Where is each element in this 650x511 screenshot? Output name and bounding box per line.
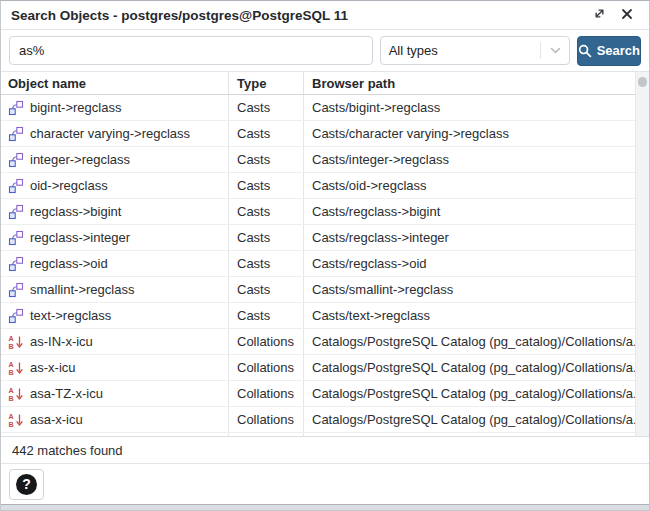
cast-icon: [8, 282, 24, 298]
object-name: as-IN-x-icu: [30, 334, 93, 349]
object-type: Collations: [229, 329, 304, 354]
browser-path: Catalogs/PostgreSQL Catalog (pg_catalog)…: [304, 407, 635, 432]
object-type: Casts: [229, 147, 304, 172]
svg-text:B: B: [9, 341, 14, 349]
collation-icon: AB: [8, 360, 24, 376]
cast-icon: [8, 204, 24, 220]
search-input[interactable]: [9, 36, 373, 65]
type-filter-value: All types: [389, 43, 540, 58]
object-name: asa-x-icu: [30, 412, 83, 427]
table-row[interactable]: AB as-x-icu Collations Catalogs/PostgreS…: [1, 355, 635, 381]
table-row[interactable]: AB asa-TZ-x-icu Collations Catalogs/Post…: [1, 381, 635, 407]
browser-path: Casts/bigint->regclass: [304, 95, 635, 120]
close-icon: [621, 6, 633, 24]
table-row[interactable]: AB as-IN-x-icu Collations Catalogs/Postg…: [1, 329, 635, 355]
cast-icon: [8, 178, 24, 194]
browser-path: Casts/oid->regclass: [304, 173, 635, 198]
browser-path: Casts/character varying->regclass: [304, 121, 635, 146]
cast-icon: [8, 126, 24, 142]
object-name: smallint->regclass: [30, 282, 134, 297]
svg-text:B: B: [9, 393, 14, 401]
status-bar: 442 matches found: [1, 436, 649, 464]
browser-path: Casts/regclass->oid: [304, 251, 635, 276]
table-row[interactable]: regclass->bigint Casts Casts/regclass->b…: [1, 199, 635, 225]
search-button-label: Search: [597, 43, 640, 58]
cast-icon: [8, 152, 24, 168]
object-type: Collations: [229, 355, 304, 380]
chevron-down-icon: [550, 43, 561, 58]
browser-path: Catalogs/PostgreSQL Catalog (pg_catalog)…: [304, 381, 635, 406]
object-name: asa-TZ-x-icu: [30, 386, 103, 401]
browser-path: Catalogs/PostgreSQL Catalog (pg_catalog)…: [304, 355, 635, 380]
help-button[interactable]: ?: [9, 469, 44, 500]
results-table: Object name Type Browser path bigint->re…: [1, 71, 649, 436]
object-type: Casts: [229, 121, 304, 146]
table-row[interactable]: oid->regclass Casts Casts/oid->regclass: [1, 173, 635, 199]
search-toolbar: All types Search: [1, 30, 649, 71]
browser-path: Catalogs/PostgreSQL Catalog (pg_catalog)…: [304, 329, 635, 354]
object-name: regclass->oid: [30, 256, 108, 271]
close-button[interactable]: [617, 5, 637, 25]
dialog-bottom-edge: [1, 504, 649, 510]
table-row[interactable]: bigint->regclass Casts Casts/bigint->reg…: [1, 95, 635, 121]
table-row[interactable]: AB asa-x-icu Collations Catalogs/Postgre…: [1, 407, 635, 433]
table-row[interactable]: text->regclass Casts Casts/text->regclas…: [1, 303, 635, 329]
expand-icon: [593, 6, 606, 24]
search-icon: [578, 44, 592, 58]
object-type: Casts: [229, 251, 304, 276]
object-type: Casts: [229, 199, 304, 224]
column-header-type[interactable]: Type: [229, 72, 304, 94]
collation-icon: AB: [8, 334, 24, 350]
cast-icon: [8, 230, 24, 246]
matches-found-text: 442 matches found: [12, 443, 123, 458]
search-objects-dialog: Search Objects - postgres/postgres@Postg…: [0, 0, 650, 511]
browser-path: Casts/regclass->bigint: [304, 199, 635, 224]
object-type: Casts: [229, 173, 304, 198]
vertical-scrollbar[interactable]: [635, 72, 649, 436]
cast-icon: [8, 100, 24, 116]
column-header-browser-path[interactable]: Browser path: [304, 76, 635, 91]
browser-path: Casts/smallint->regclass: [304, 277, 635, 302]
browser-path: Casts/text->regclass: [304, 303, 635, 328]
object-type: Collations: [229, 407, 304, 432]
dialog-title: Search Objects - postgres/postgres@Postg…: [11, 8, 589, 23]
object-name: character varying->regclass: [30, 126, 190, 141]
search-button[interactable]: Search: [577, 36, 641, 66]
table-row[interactable]: regclass->oid Casts Casts/regclass->oid: [1, 251, 635, 277]
svg-text:B: B: [9, 419, 14, 427]
cast-icon: [8, 308, 24, 324]
table-body: bigint->regclass Casts Casts/bigint->reg…: [1, 95, 635, 436]
table-header-row: Object name Type Browser path: [1, 72, 635, 95]
object-name: bigint->regclass: [30, 100, 121, 115]
svg-text:B: B: [9, 367, 14, 375]
table-row[interactable]: regclass->integer Casts Casts/regclass->…: [1, 225, 635, 251]
object-type: Casts: [229, 95, 304, 120]
object-name: as-x-icu: [30, 360, 76, 375]
dialog-footer: ?: [1, 464, 649, 504]
cast-icon: [8, 256, 24, 272]
table-row[interactable]: character varying->regclass Casts Casts/…: [1, 121, 635, 147]
object-type: Casts: [229, 225, 304, 250]
table-row[interactable]: smallint->regclass Casts Casts/smallint-…: [1, 277, 635, 303]
object-type: Collations: [229, 381, 304, 406]
browser-path: Casts/regclass->integer: [304, 225, 635, 250]
select-divider: [540, 42, 541, 59]
results-grid: Object name Type Browser path bigint->re…: [1, 72, 635, 436]
collation-icon: AB: [8, 412, 24, 428]
table-row[interactable]: integer->regclass Casts Casts/integer->r…: [1, 147, 635, 173]
object-type: Casts: [229, 303, 304, 328]
dialog-titlebar: Search Objects - postgres/postgres@Postg…: [1, 1, 649, 30]
object-name: regclass->integer: [30, 230, 130, 245]
object-name: text->regclass: [30, 308, 111, 323]
collation-icon: AB: [8, 386, 24, 402]
object-type: Casts: [229, 277, 304, 302]
browser-path: Casts/integer->regclass: [304, 147, 635, 172]
scrollbar-thumb[interactable]: [638, 77, 647, 87]
type-filter-select[interactable]: All types: [380, 36, 570, 65]
object-name: oid->regclass: [30, 178, 108, 193]
column-header-object-name[interactable]: Object name: [1, 72, 229, 94]
maximize-button[interactable]: [589, 5, 609, 25]
help-icon: ?: [16, 474, 37, 495]
object-name: regclass->bigint: [30, 204, 121, 219]
object-name: integer->regclass: [30, 152, 130, 167]
